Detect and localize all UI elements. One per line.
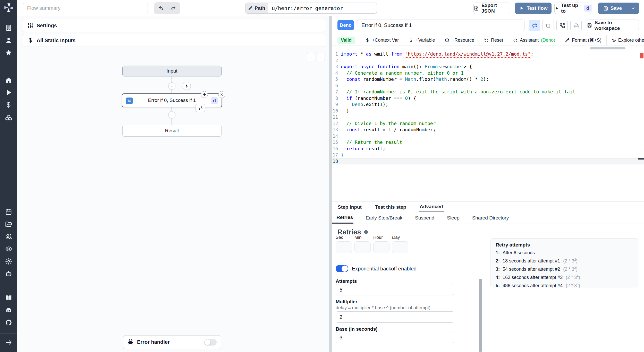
code-line[interactable]: 11 (332, 114, 644, 120)
sidebar-item-github[interactable] (0, 316, 17, 329)
reset-button[interactable]: Reset (479, 35, 508, 46)
base-input[interactable] (336, 332, 454, 343)
subtab-suspend[interactable]: Suspend (414, 212, 435, 224)
tab-advanced[interactable]: Advanced (419, 202, 444, 212)
sidebar-item-home[interactable] (0, 74, 17, 86)
assistant-button[interactable]: Assistant(Deno) (508, 35, 560, 46)
export-json-button[interactable]: Export JSON (473, 3, 510, 14)
redo-button[interactable] (168, 3, 179, 13)
format-button[interactable]: Format (⌘+S) (560, 35, 606, 46)
attempts-input[interactable] (336, 284, 454, 295)
code-line[interactable]: 3export async function main(): Promise<n… (332, 64, 644, 70)
subtab-retries[interactable]: Retries (332, 212, 353, 224)
sidebar-item-eye[interactable] (0, 243, 17, 255)
sleep-button[interactable] (570, 20, 582, 31)
info-icon[interactable] (364, 230, 368, 234)
code-line[interactable]: 9 Deno.exit(1); (332, 101, 644, 108)
code-line[interactable]: 7 // If randomNumber is 0, exit the scri… (332, 89, 644, 95)
sidebar-group-main (0, 74, 17, 123)
code-line[interactable]: 4 // Generate a random number, either 0 … (332, 70, 644, 76)
day-input[interactable] (392, 241, 408, 253)
code-line[interactable]: 14 (332, 133, 644, 139)
sidebar-item-bot[interactable] (0, 267, 17, 280)
code-line[interactable]: 5 const randomNumber = Math.floor(Math.r… (332, 76, 644, 83)
trigger-button[interactable] (183, 82, 191, 90)
code-line[interactable]: 1import * as wmill from "https://deno.la… (332, 51, 644, 57)
step-title-input[interactable] (357, 20, 524, 31)
line-number: 3 (332, 64, 338, 70)
sidebar-item-star[interactable] (0, 46, 17, 59)
sidebar-item-book[interactable] (0, 292, 17, 304)
subtab-sleep[interactable]: Sleep (446, 212, 460, 224)
sidebar-item-gear[interactable] (0, 255, 17, 267)
hour-input[interactable] (373, 241, 389, 253)
save-to-workspace-button[interactable]: Save to workspace (587, 20, 639, 31)
code-line[interactable]: 18 (332, 158, 644, 165)
sidebar-divider (0, 16, 17, 16)
code-line[interactable]: 17} (332, 152, 644, 158)
sidebar-item-dollar[interactable] (0, 99, 17, 111)
code-editor[interactable]: 1import * as wmill from "https://deno.la… (332, 50, 644, 165)
code-line[interactable]: 10 } (332, 108, 644, 114)
sidebar-item-building[interactable] (0, 22, 17, 34)
explore-scripts-button[interactable]: Explore other s (607, 35, 644, 46)
sidebar-item-discord[interactable] (0, 304, 17, 316)
delete-step-button[interactable] (218, 91, 225, 98)
exponential-backoff-toggle[interactable] (336, 265, 348, 272)
test-up-to-button[interactable]: Test up to d (554, 3, 591, 14)
step-retry-badge[interactable] (196, 104, 205, 112)
add-step-button[interactable] (168, 111, 175, 118)
zoom-in-button[interactable] (307, 53, 315, 61)
step-node-label: Error if 0, Success if 1 (148, 98, 196, 103)
save-dropdown-button[interactable] (627, 3, 639, 14)
path-field[interactable]: Path u/henri/error_generator (245, 3, 377, 14)
panel-splitter[interactable] (329, 16, 332, 352)
sidebar-item-users[interactable] (0, 230, 17, 243)
subtab-shared-directory[interactable]: Shared Directory (472, 212, 510, 224)
sidebar-collapse-button[interactable] (0, 336, 17, 349)
github-icon (5, 319, 12, 326)
sidebar-item-folder-open[interactable] (0, 218, 17, 230)
error-handler-toggle[interactable] (204, 339, 217, 346)
flow-summary-input[interactable] (23, 3, 148, 13)
sec-input[interactable] (336, 241, 352, 253)
sidebar-item-user[interactable] (0, 34, 17, 46)
tab-step-input[interactable]: Step Input (337, 202, 362, 212)
save-button[interactable]: Save (598, 3, 627, 14)
sidebar-item-calendar[interactable] (0, 206, 17, 218)
code-line[interactable]: 15 // Return the result (332, 139, 644, 146)
code-line[interactable]: 16 return result; (332, 146, 644, 152)
add-variable-button[interactable]: +Variable (404, 35, 440, 46)
test-flow-button[interactable]: Test flow (515, 3, 552, 14)
retries-indicator-button[interactable] (529, 20, 540, 31)
code-line[interactable]: 13 const result = 1 / randomNumber; (332, 127, 644, 133)
line-number: 10 (332, 108, 338, 114)
static-inputs-bar[interactable]: All Static Inputs (23, 34, 326, 47)
suspend-button[interactable] (556, 20, 568, 31)
subtab-early-stop[interactable]: Early Stop/Break (365, 212, 403, 224)
undo-button[interactable] (155, 3, 167, 13)
windmill-logo-icon[interactable] (3, 2, 14, 13)
zoom-out-button[interactable] (317, 53, 325, 61)
early-stop-button[interactable] (543, 20, 554, 31)
move-step-handle[interactable] (201, 91, 208, 98)
input-node[interactable]: Input (122, 66, 222, 76)
sidebar-item-play[interactable] (0, 86, 17, 99)
tab-test-this-step[interactable]: Test this step (374, 202, 407, 212)
code-line[interactable]: 8 if (randomNumber === 0) { (332, 95, 644, 102)
add-step-button[interactable] (168, 82, 175, 90)
add-context-var-button[interactable]: +Context Var (360, 35, 404, 46)
add-resource-button[interactable]: +Resource (440, 35, 479, 46)
panel-scrollbar-thumb[interactable] (479, 279, 482, 352)
min-input[interactable] (354, 241, 371, 253)
code-line[interactable]: 2 (332, 57, 644, 64)
result-node[interactable]: Result (122, 125, 222, 137)
error-handler-bar[interactable]: Error handler (123, 335, 221, 349)
code-line[interactable]: 6 (332, 83, 644, 89)
windmill-flow-editor: Path u/henri/error_generator Export JSON… (0, 0, 644, 352)
sidebar-item-boxes[interactable] (0, 111, 17, 123)
multiplier-input[interactable] (336, 311, 454, 323)
toolbar-scrollbar-thumb[interactable] (590, 47, 625, 49)
code-line[interactable]: 12 // Divide 1 by the random number (332, 120, 644, 127)
settings-bar[interactable]: Settings (23, 19, 326, 32)
